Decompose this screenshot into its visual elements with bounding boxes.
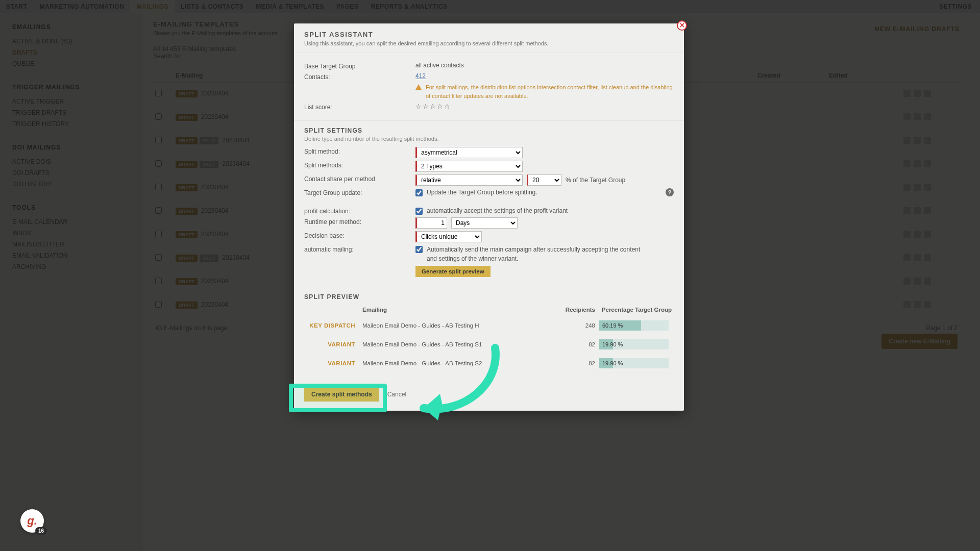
floating-badge[interactable]: g. 16 — [20, 509, 44, 533]
base-target-group-label: Base Target Group — [304, 62, 415, 70]
target-group-update-checkbox[interactable] — [415, 189, 423, 196]
floating-badge-count: 16 — [35, 527, 47, 535]
split-method-label: Split method: — [304, 147, 415, 155]
runtime-unit-select[interactable]: Days — [451, 217, 518, 229]
pv-col-emailing: Emailing — [360, 304, 546, 316]
preview-row-name: Maileon Email Demo - Guides - AB Testing… — [360, 354, 546, 373]
preview-row-name: Maileon Email Demo - Guides - AB Testing… — [360, 316, 546, 335]
preview-row-percentage: 19.90 % — [597, 335, 674, 354]
preview-row-tag: VARIANT — [304, 335, 360, 354]
preview-row-tag: VARIANT — [304, 354, 360, 373]
help-icon[interactable]: ? — [666, 188, 674, 196]
contact-share-select[interactable]: relative — [415, 174, 523, 186]
preview-row-recipients: 82 — [546, 354, 597, 373]
split-preview-title: SPLIT PREVIEW — [304, 293, 674, 300]
preview-row-percentage: 60.19 % — [597, 316, 674, 335]
preview-row-percentage: 19.90 % — [597, 354, 674, 373]
split-assistant-modal: ✕ SPLIT ASSISTANT Using this assistant, … — [294, 23, 684, 411]
close-icon[interactable]: ✕ — [677, 20, 687, 31]
automatic-mailing-text: Automatically send the main campaign aft… — [427, 245, 641, 263]
runtime-label: Runtime per method: — [304, 217, 415, 226]
split-settings-title: SPLIT SETTINGS — [304, 127, 674, 134]
list-score-stars: ☆☆☆☆☆ — [415, 103, 674, 110]
split-methods-label: Split methods: — [304, 161, 415, 169]
split-settings-subtitle: Define type and number of the resulting … — [304, 136, 674, 142]
profit-calculation-label: profit calculation: — [304, 207, 415, 215]
create-split-methods-button[interactable]: Create split methods — [304, 387, 379, 402]
target-group-update-label: Target Group update: — [304, 188, 415, 196]
pv-col-percentage: Percentage Target Group — [597, 304, 674, 316]
contact-share-pct-select[interactable]: 20 — [527, 174, 561, 186]
split-methods-select[interactable]: 2 Types — [415, 161, 523, 172]
automatic-mailing-checkbox[interactable] — [415, 246, 423, 253]
contacts-label: Contacts: — [304, 72, 415, 81]
decision-base-label: Decision base: — [304, 231, 415, 239]
modal-subtitle: Using this assistant, you can split the … — [304, 40, 674, 46]
modal-title: SPLIT ASSISTANT — [304, 31, 674, 38]
preview-row-tag: KEY DISPATCH — [304, 316, 360, 335]
contacts-link[interactable]: 412 — [415, 72, 426, 80]
contact-share-suffix: % of the Target Group — [566, 177, 625, 184]
base-target-group-value: all active contacts — [415, 62, 674, 69]
automatic-mailing-label: automatic mailing: — [304, 245, 415, 253]
warning-text: For split mailings, the distribution lis… — [426, 83, 674, 100]
preview-row-name: Maileon Email Demo - Guides - AB Testing… — [360, 335, 546, 354]
preview-row-recipients: 82 — [546, 335, 597, 354]
preview-row: VARIANTMaileon Email Demo - Guides - AB … — [304, 335, 674, 354]
warning-icon — [415, 84, 422, 90]
target-group-update-text: Update the Target Group before splitting… — [427, 189, 537, 196]
split-method-select[interactable]: asymmetrical — [415, 147, 523, 158]
floating-badge-letter: g. — [27, 514, 37, 528]
list-score-label: List score: — [304, 103, 415, 111]
decision-base-select[interactable]: Clicks unique — [415, 231, 482, 242]
preview-row: VARIANTMaileon Email Demo - Guides - AB … — [304, 354, 674, 373]
pv-col-recipients: Recipients — [546, 304, 597, 316]
cancel-link[interactable]: Cancel — [387, 391, 406, 398]
runtime-input[interactable] — [415, 217, 447, 229]
profit-calculation-text: automatically accept the settings of the… — [427, 207, 568, 214]
preview-row: KEY DISPATCHMaileon Email Demo - Guides … — [304, 316, 674, 335]
generate-split-preview-button[interactable]: Generate split preview — [415, 266, 491, 277]
profit-calculation-checkbox[interactable] — [415, 208, 423, 215]
contact-share-label: Contact share per method — [304, 174, 415, 183]
split-preview-table: Emailing Recipients Percentage Target Gr… — [304, 304, 674, 373]
preview-row-recipients: 248 — [546, 316, 597, 335]
